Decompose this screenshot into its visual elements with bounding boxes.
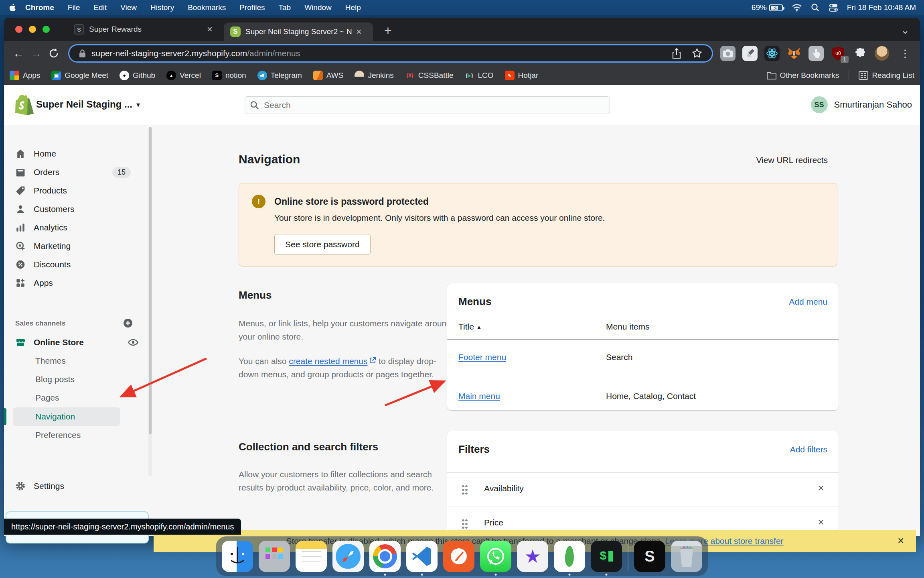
dock-launchpad-icon[interactable]	[259, 541, 290, 572]
remove-filter-icon[interactable]: ×	[818, 516, 824, 529]
ublock-extension-icon[interactable]: u0 1	[831, 46, 846, 61]
control-center-icon[interactable]	[829, 3, 838, 12]
menubar-tab[interactable]: Tab	[272, 3, 298, 12]
dock-finder-icon[interactable]	[222, 541, 253, 572]
dock-chrome-icon[interactable]	[369, 541, 401, 572]
tab-close-icon[interactable]: ×	[352, 26, 366, 37]
chrome-profile-avatar[interactable]	[875, 46, 889, 61]
sidebar-item-analytics[interactable]: Analytics	[10, 218, 131, 237]
menubar-help[interactable]: Help	[338, 3, 368, 12]
reload-button[interactable]	[45, 47, 63, 59]
drag-handle-icon[interactable]	[462, 519, 468, 529]
metamask-extension-icon[interactable]	[786, 46, 802, 61]
sidebar-item-navigation[interactable]: Navigation	[35, 407, 140, 426]
sidebar-item-themes[interactable]: Themes	[35, 352, 140, 370]
column-header-title[interactable]: Title▲	[458, 322, 482, 332]
see-store-password-button[interactable]: See store password	[274, 234, 371, 255]
bookmark-aws[interactable]: AWS	[308, 71, 349, 80]
dock-vscode-icon[interactable]	[406, 541, 438, 572]
menubar-file[interactable]: File	[61, 3, 87, 12]
window-minimize-button[interactable]	[29, 26, 36, 33]
dock-terminal-icon[interactable]: $	[591, 541, 622, 572]
tab-search-chevron-icon[interactable]: ⌄	[901, 24, 910, 37]
bookmark-lco[interactable]: {▶}LCO	[459, 71, 499, 80]
new-tab-button[interactable]: +	[384, 23, 392, 38]
apple-menu-icon[interactable]	[9, 4, 16, 12]
sidebar-item-pages[interactable]: Pages	[35, 389, 140, 407]
pointer-extension-icon[interactable]	[808, 46, 824, 61]
chrome-menu-icon[interactable]: ⋮	[896, 47, 914, 60]
view-store-eye-icon[interactable]	[128, 337, 139, 348]
window-close-button[interactable]	[15, 26, 22, 33]
dock-imovie-icon[interactable]: ★	[517, 541, 548, 572]
window-zoom-button[interactable]	[43, 26, 50, 33]
dock-postman-icon[interactable]	[443, 541, 474, 572]
drag-handle-icon[interactable]	[462, 484, 468, 495]
menubar-clock[interactable]: Fri 18 Feb 10:48 AM	[847, 3, 916, 12]
sidebar-item-blog-posts[interactable]: Blog posts	[35, 370, 140, 389]
bookmark-apps[interactable]: Apps	[4, 71, 46, 80]
store-name[interactable]: Super Neil Staging ...	[36, 99, 132, 110]
wifi-icon[interactable]	[792, 4, 802, 12]
dock-super-app-icon[interactable]: S	[634, 541, 665, 572]
address-bar[interactable]: super-neil-staging-server2.myshopify.com…	[68, 44, 713, 63]
sidebar-item-orders[interactable]: Orders 15	[10, 163, 131, 181]
battery-indicator[interactable]: 69% ⚡	[752, 3, 783, 12]
sidebar-item-home[interactable]: Home	[10, 144, 131, 163]
bookmark-hotjar[interactable]: ∿Hotjar	[499, 71, 544, 80]
bookmark-jenkins[interactable]: Jenkins	[349, 71, 399, 80]
tab-close-icon[interactable]: ×	[203, 24, 217, 35]
banner-close-icon[interactable]: ×	[898, 535, 904, 547]
lock-icon[interactable]	[79, 49, 86, 58]
dock-whatsapp-icon[interactable]	[480, 541, 511, 572]
add-menu-button[interactable]: Add menu	[789, 297, 827, 307]
tab-super-neil-staging[interactable]: S Super Neil Staging Server2 ~ N ×	[224, 22, 373, 41]
other-bookmarks-button[interactable]: Other Bookmarks	[761, 71, 845, 80]
dock-notes-icon[interactable]	[296, 541, 327, 572]
react-devtools-extension-icon[interactable]	[764, 46, 780, 61]
user-menu[interactable]: SS Smurtiranjan Sahoo	[811, 96, 912, 113]
menubar-window[interactable]: Window	[298, 3, 338, 12]
create-nested-menus-link[interactable]: create nested menus	[289, 356, 367, 366]
sidebar-scrollbar[interactable]	[148, 127, 152, 476]
editor-extension-icon[interactable]	[742, 46, 758, 61]
menubar-profiles[interactable]: Profiles	[233, 3, 272, 12]
sidebar-item-products[interactable]: Products	[10, 181, 131, 200]
sidebar-item-customers[interactable]: Customers	[10, 200, 131, 218]
dock-safari-icon[interactable]	[332, 541, 364, 572]
tab-super-rewards[interactable]: S Super Rewards ×	[67, 18, 217, 41]
search-input[interactable]	[264, 100, 605, 110]
dock-trash-icon[interactable]	[671, 541, 702, 572]
reading-list-button[interactable]: Reading List	[853, 71, 920, 80]
screenshot-extension-icon[interactable]	[720, 46, 736, 61]
sidebar-item-marketing[interactable]: Marketing	[10, 237, 131, 255]
menubar-bookmarks[interactable]: Bookmarks	[181, 3, 233, 12]
add-filters-button[interactable]: Add filters	[790, 445, 827, 454]
bookmark-vercel[interactable]: ▲Vercel	[161, 71, 207, 80]
bookmark-cssbattle[interactable]: {X}CSSBattle	[399, 71, 459, 80]
remove-filter-icon[interactable]: ×	[818, 482, 824, 495]
extensions-puzzle-icon[interactable]	[853, 46, 868, 61]
sidebar-item-settings[interactable]: Settings	[10, 477, 131, 495]
bookmark-telegram[interactable]: Telegram	[252, 71, 308, 80]
view-url-redirects-button[interactable]: View URL redirects	[756, 155, 828, 165]
menubar-edit[interactable]: Edit	[87, 3, 113, 12]
footer-menu-link[interactable]: Footer menu	[458, 352, 506, 362]
admin-search-bar[interactable]	[245, 96, 610, 114]
dock-mongodb-icon[interactable]	[554, 541, 585, 572]
menubar-view[interactable]: View	[113, 3, 144, 12]
bookmark-notion[interactable]: Snotion	[207, 71, 252, 80]
store-caret-down-icon[interactable]: ▾	[136, 100, 140, 109]
main-menu-link[interactable]: Main menu	[458, 391, 500, 401]
forward-button[interactable]: →	[27, 47, 45, 60]
share-icon[interactable]	[672, 48, 681, 59]
sidebar-item-preferences[interactable]: Preferences	[35, 426, 140, 444]
sidebar-item-discounts[interactable]: Discounts	[10, 255, 131, 274]
sidebar-item-apps[interactable]: Apps	[10, 274, 131, 292]
menubar-app-name[interactable]: Chrome	[18, 3, 61, 12]
bookmark-google-meet[interactable]: ▣Google Meet	[46, 71, 114, 80]
add-sales-channel-icon[interactable]	[123, 318, 133, 328]
menubar-history[interactable]: History	[144, 3, 181, 12]
spotlight-search-icon[interactable]	[811, 3, 820, 12]
back-button[interactable]: ←	[10, 47, 27, 60]
